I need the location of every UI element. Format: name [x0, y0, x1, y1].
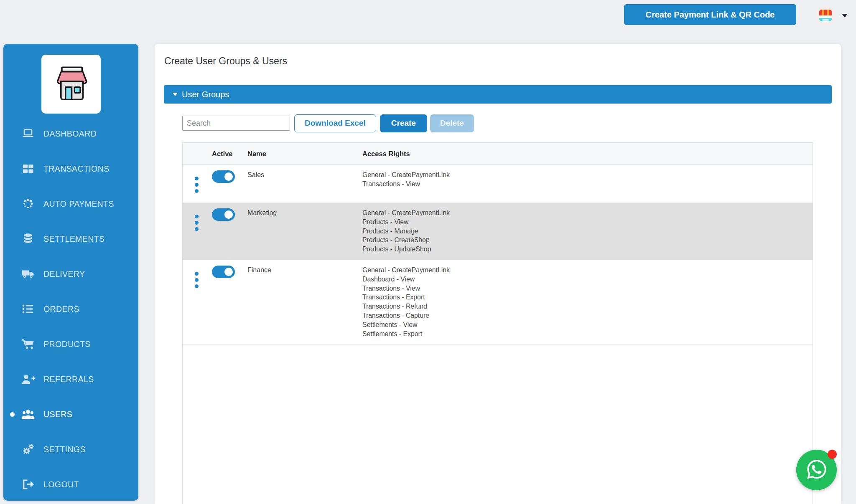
create-button[interactable]: Create	[380, 114, 427, 132]
user-plus-icon	[21, 372, 35, 386]
kebab-menu-icon[interactable]	[195, 215, 199, 231]
sidebar-item-label: SETTLEMENTS	[43, 234, 104, 244]
sidebar-item-label: USERS	[43, 410, 72, 419]
user-groups-table: Active Name Access Rights SalesGeneral -…	[182, 142, 813, 504]
section-header-label: User Groups	[182, 90, 229, 99]
create-payment-link-button[interactable]: Create Payment Link & QR Code	[624, 4, 796, 25]
sidebar-item-transactions[interactable]: TRANSACTIONS	[3, 151, 138, 186]
access-right-item: Transactions - Capture	[362, 311, 813, 320]
spinner-icon	[21, 197, 35, 211]
sidebar-item-label: SETTINGS	[43, 445, 86, 454]
sidebar-item-logout[interactable]: LOGOUT	[3, 467, 138, 502]
active-toggle[interactable]	[212, 266, 235, 278]
download-excel-button[interactable]: Download Excel	[294, 114, 376, 132]
sidebar-item-settlements[interactable]: SETTLEMENTS	[3, 221, 138, 256]
main-panel: Create User Groups & Users User Groups D…	[155, 44, 841, 504]
column-header-name: Name	[247, 150, 362, 158]
user-groups-section-body: Download Excel Create Delete Active Name…	[182, 114, 813, 504]
access-right-item: Transactions - View	[362, 180, 813, 189]
page-title: Create User Groups & Users	[164, 55, 832, 67]
table-row-sales[interactable]: SalesGeneral - CreatePaymentLinkTransact…	[183, 165, 813, 203]
sidebar-item-settings[interactable]: SETTINGS	[3, 432, 138, 467]
sidebar-item-users[interactable]: USERS	[3, 397, 138, 432]
gears-icon	[21, 442, 35, 456]
active-toggle[interactable]	[212, 208, 235, 221]
sidebar-item-label: DELIVERY	[43, 269, 85, 279]
access-right-item: Products - Manage	[362, 227, 813, 236]
access-right-item: Products - UpdateShop	[362, 245, 813, 254]
access-right-item: Settlements - Export	[362, 329, 813, 339]
account-menu[interactable]	[815, 5, 848, 26]
users-icon	[21, 407, 35, 421]
access-right-item: Settlements - View	[362, 320, 813, 329]
access-right-item: General - CreatePaymentLink	[362, 208, 813, 218]
sidebar-item-dashboard[interactable]: DASHBOARD	[3, 116, 138, 151]
sidebar-item-auto-payments[interactable]: AUTO PAYMENTS	[3, 186, 138, 221]
collapse-caret-icon	[173, 93, 178, 96]
sidebar-item-label: REFERRALS	[43, 375, 94, 384]
sidebar-item-label: PRODUCTS	[43, 339, 91, 349]
access-right-item: Products - CreateShop	[362, 236, 813, 245]
access-right-item: General - CreatePaymentLink	[362, 266, 813, 275]
storefront-avatar-icon[interactable]	[815, 5, 836, 26]
table-row-marketing[interactable]: MarketingGeneral - CreatePaymentLinkProd…	[183, 203, 813, 260]
sidebar-item-products[interactable]: PRODUCTS	[3, 327, 138, 362]
sidebar-nav: DASHBOARDTRANSACTIONSAUTO PAYMENTSSETTLE…	[3, 116, 138, 502]
sidebar-item-referrals[interactable]: REFERRALS	[3, 362, 138, 397]
access-right-item: General - CreatePaymentLink	[362, 170, 813, 180]
sidebar-item-delivery[interactable]: DELIVERY	[3, 256, 138, 291]
user-groups-section-header[interactable]: User Groups	[164, 85, 832, 104]
laptop-icon	[21, 127, 35, 141]
sidebar-item-orders[interactable]: ORDERS	[3, 291, 138, 327]
notification-badge	[828, 450, 837, 459]
access-right-item: Transactions - Refund	[362, 302, 813, 311]
page: Create Payment Link & QR Code	[0, 0, 856, 504]
sidebar-item-label: ORDERS	[43, 304, 79, 314]
table-body: SalesGeneral - CreatePaymentLinkTransact…	[183, 165, 813, 344]
search-input[interactable]	[182, 116, 290, 131]
truck-icon	[21, 267, 35, 281]
table-toolbar: Download Excel Create Delete	[182, 114, 813, 132]
sidebar: DASHBOARDTRANSACTIONSAUTO PAYMENTSSETTLE…	[3, 44, 138, 501]
group-name: Sales	[247, 171, 362, 197]
table-header-row: Active Name Access Rights	[183, 143, 813, 165]
chevron-down-icon	[842, 14, 848, 18]
group-name: Finance	[247, 266, 362, 338]
access-rights-list: General - CreatePaymentLinkTransactions …	[362, 170, 813, 197]
sidebar-item-label: DASHBOARD	[43, 129, 97, 139]
storefront-logo-icon	[41, 55, 101, 114]
access-rights-list: General - CreatePaymentLinkDashboard - V…	[362, 266, 813, 338]
sidebar-item-label: AUTO PAYMENTS	[43, 199, 114, 209]
group-name: Marketing	[247, 209, 362, 254]
cart-icon	[21, 337, 35, 351]
kebab-menu-icon[interactable]	[195, 177, 199, 193]
active-indicator-dot	[10, 412, 15, 417]
active-toggle[interactable]	[212, 170, 235, 183]
access-right-item: Transactions - Export	[362, 293, 813, 302]
column-header-active: Active	[209, 150, 247, 158]
table-row-finance[interactable]: FinanceGeneral - CreatePaymentLinkDashbo…	[183, 260, 813, 344]
list-icon	[21, 302, 35, 316]
whatsapp-icon	[806, 458, 828, 482]
delete-button[interactable]: Delete	[430, 114, 474, 132]
column-header-access-rights: Access Rights	[362, 150, 813, 158]
sidebar-item-label: TRANSACTIONS	[43, 164, 110, 174]
grid-icon	[21, 162, 35, 176]
logout-icon	[21, 477, 35, 491]
access-right-item: Products - View	[362, 218, 813, 227]
database-icon	[21, 232, 35, 246]
access-right-item: Transactions - View	[362, 284, 813, 293]
kebab-menu-icon[interactable]	[195, 272, 199, 288]
access-rights-list: General - CreatePaymentLinkProducts - Vi…	[362, 208, 813, 254]
whatsapp-fab[interactable]	[796, 450, 837, 490]
sidebar-item-label: LOGOUT	[43, 480, 79, 489]
access-right-item: Dashboard - View	[362, 275, 813, 284]
